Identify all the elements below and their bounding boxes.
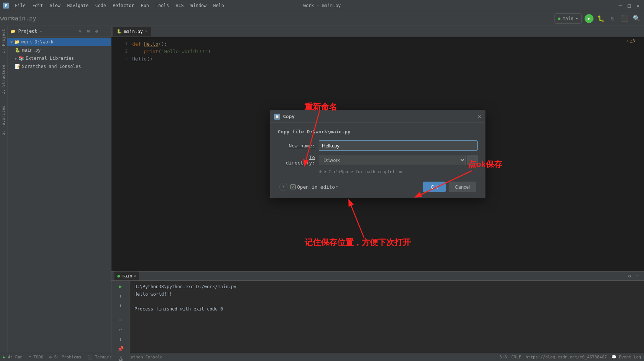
menu-bar: File Edit View Navigate Code Refactor Ru… <box>12 2 227 9</box>
tree-item-mainpy-label: main.py <box>22 48 41 53</box>
locate-icon[interactable]: ⊙ <box>77 28 84 35</box>
new-name-input[interactable] <box>319 140 478 151</box>
folder-icon: 📁 <box>14 39 20 45</box>
menu-tools[interactable]: Tools <box>153 2 172 9</box>
tree-item-work-label: work D:\work <box>21 39 53 45</box>
project-panel-dropdown-icon[interactable]: ▾ <box>40 29 42 34</box>
status-todo-tab[interactable]: ≡ TODO <box>29 355 43 360</box>
menu-window[interactable]: Window <box>188 2 209 9</box>
help-button[interactable]: ? <box>279 183 287 191</box>
run-tab-main[interactable]: ● main × <box>114 271 139 280</box>
status-problems-label: 6: Problems <box>54 355 81 360</box>
title-bar: P File Edit View Navigate Code Refactor … <box>0 0 644 11</box>
run-config-dropdown[interactable]: ● main ▾ <box>554 13 582 24</box>
open-in-editor-checkbox[interactable]: ✓ Open in editor <box>290 184 338 190</box>
settings-icon[interactable]: ⚙ <box>93 28 100 35</box>
debug-button[interactable]: 🐛 <box>596 14 605 23</box>
new-name-label-text: New name: <box>289 143 315 149</box>
run-tab-close[interactable]: × <box>134 274 136 278</box>
dialog-title: 📋 Copy <box>274 114 295 120</box>
tree-ext-arrow: ▶ <box>15 56 17 61</box>
run-side-toolbar: ▶ ⬆ ⬇ ≡ ↩ ↕ 📌 🖨 🗑 ★ <box>111 281 130 361</box>
status-run-label: 4: Run <box>8 355 23 360</box>
status-terminal-tab[interactable]: ⬛ Terminal <box>87 355 115 360</box>
menu-help[interactable]: Help <box>210 2 227 9</box>
run-output: D:\Python38\python.exe D:/work/main.py H… <box>130 281 644 361</box>
tree-item-work[interactable]: ▼ 📁 work D:\work <box>7 38 111 46</box>
close-panel-icon[interactable]: ─ <box>101 28 108 35</box>
run-panel-icons: ⚙ ─ <box>626 273 641 279</box>
menu-vcs[interactable]: VCS <box>173 2 187 9</box>
menu-refactor[interactable]: Refactor <box>110 2 137 9</box>
title-bar-left: P File Edit View Navigate Code Refactor … <box>3 2 227 9</box>
dialog-overlay: 📋 Copy × Copy file D:\work\main.py New n… <box>111 37 644 271</box>
run-line-2: Hello world!!! <box>134 290 644 298</box>
browse-button[interactable]: … <box>467 155 478 165</box>
run-toggle-icon[interactable]: ≡ <box>117 316 125 324</box>
ok-button[interactable]: OK <box>423 182 446 192</box>
tab-mainpy-close[interactable]: × <box>145 29 147 33</box>
reload-button[interactable]: ↻ <box>608 14 617 23</box>
tree-item-scratches[interactable]: 📝 Scratches and Consoles <box>7 62 111 71</box>
dialog-footer-left: ? ✓ Open in editor <box>279 183 338 191</box>
project-panel: 📁 Project ▾ ⊙ ⊟ ⚙ ─ ▼ 📁 work D:\work 🐍 m… <box>7 26 111 353</box>
menu-code[interactable]: Code <box>92 2 109 9</box>
dialog-body: Copy file D:\work\main.py New name: To d… <box>270 123 485 198</box>
dialog-label-dir: To directory: <box>278 155 315 166</box>
dialog-title-bar: 📋 Copy × <box>270 110 485 123</box>
tab-mainpy[interactable]: 🐍 main.py × <box>113 27 151 36</box>
dialog-label-name: New name: <box>278 143 315 149</box>
dialog-close-button[interactable]: × <box>478 113 481 120</box>
dialog-icon: 📋 <box>274 114 280 120</box>
menu-file[interactable]: File <box>12 2 29 9</box>
cancel-button[interactable]: Cancel <box>449 182 476 192</box>
tree-item-ext-libs[interactable]: ▶ 📚 External Libraries <box>7 54 111 62</box>
run-scroll-icon[interactable]: ↕ <box>117 335 125 343</box>
editor-tab-bar: 🐍 main.py × <box>111 26 644 37</box>
maximize-button[interactable]: □ <box>626 3 632 9</box>
dialog-footer: ? ✓ Open in editor OK Cancel <box>278 179 478 193</box>
window-controls: ─ □ × <box>617 3 641 9</box>
stop-button[interactable]: ⬛ <box>620 14 629 23</box>
menu-navigate[interactable]: Navigate <box>64 2 92 9</box>
menu-run[interactable]: Run <box>138 2 152 9</box>
run-config-arrow: ▾ <box>576 16 578 21</box>
status-problems-tab[interactable]: ⊙ 6: Problems <box>49 355 81 360</box>
run-play-icon[interactable]: ▶ <box>117 282 125 290</box>
to-dir-label-text: To directory: <box>286 155 315 166</box>
run-button[interactable]: ▶ <box>585 14 593 23</box>
run-panel-tabs: ● main × <box>114 271 139 280</box>
dialog-select-row: D:\work … <box>319 155 478 165</box>
python-file-icon: 🐍 <box>15 48 20 53</box>
run-wrap-icon[interactable]: ↩ <box>117 325 125 334</box>
toolbar-left: work › main.py <box>3 14 28 23</box>
run-pin-icon[interactable]: 📌 <box>117 345 125 353</box>
menu-view[interactable]: View <box>47 2 64 9</box>
sidebar-project-tab[interactable]: 1: Project <box>1 29 6 53</box>
run-stop-up-icon[interactable]: ⬆ <box>117 292 125 300</box>
close-button[interactable]: × <box>635 3 641 9</box>
run-settings-icon[interactable]: ⚙ <box>626 273 633 279</box>
minimize-button[interactable]: ─ <box>617 3 623 9</box>
menu-edit[interactable]: Edit <box>29 2 46 9</box>
breadcrumb-work[interactable]: work <box>3 14 12 23</box>
sidebar-structure-tab[interactable]: Z: Structure <box>1 65 6 94</box>
run-line-3 <box>134 298 644 305</box>
checkbox-check-mark: ✓ <box>292 185 294 189</box>
sidebar-favorites-tab[interactable]: 2: Favorites <box>1 105 6 135</box>
editor-body: ⚠ △3 1 def Hello(): 2 print('Hello world… <box>111 37 644 271</box>
run-line-4: Process finished with exit code 0 <box>134 305 644 313</box>
search-button[interactable]: 🔍 <box>632 14 641 23</box>
run-close-icon[interactable]: ─ <box>634 273 641 279</box>
run-config-label: main <box>563 16 573 21</box>
tree-expand-arrow: ▼ <box>10 40 13 44</box>
collapse-icon[interactable]: ⊟ <box>85 28 92 35</box>
breadcrumb-file[interactable]: main.py <box>19 14 28 23</box>
checkbox-icon: ✓ <box>290 184 296 189</box>
run-line-1: D:\Python38\python.exe D:/work/main.py <box>134 283 644 290</box>
run-stop-down-icon[interactable]: ⬇ <box>117 302 125 310</box>
to-dir-select[interactable]: D:\work <box>319 155 466 165</box>
run-print-icon[interactable]: 🖨 <box>117 354 125 361</box>
tree-item-mainpy[interactable]: 🐍 main.py <box>7 46 111 54</box>
status-run-tab[interactable]: ▶ 4: Run <box>3 355 23 360</box>
